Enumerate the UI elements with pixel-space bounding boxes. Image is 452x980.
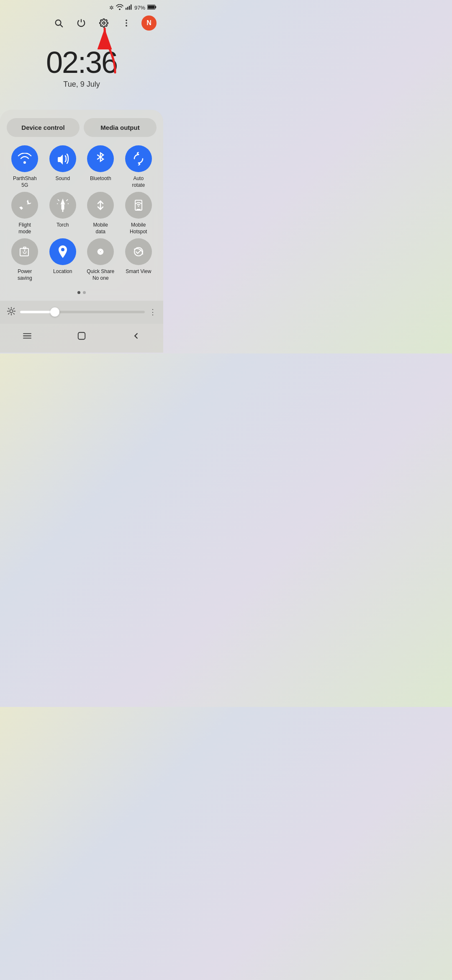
svg-rect-1 xyxy=(127,7,128,10)
bluetooth-tile-label: Bluetooth xyxy=(90,175,111,182)
svg-line-37 xyxy=(8,313,9,314)
page-dot-2 xyxy=(83,291,86,294)
wifi-tile-icon xyxy=(11,145,38,172)
torch-tile-label: Torch xyxy=(56,222,69,229)
brightness-icon xyxy=(7,307,16,318)
brightness-slider[interactable] xyxy=(20,311,145,313)
mobile-hotspot-tile-icon xyxy=(125,192,152,219)
media-output-tab[interactable]: Media output xyxy=(84,118,157,137)
clock-section: 02:36 Tue, 9 July xyxy=(0,35,163,106)
brightness-bar: ⋮ xyxy=(0,301,163,324)
svg-rect-24 xyxy=(20,248,28,256)
quick-share-tile-icon xyxy=(87,238,114,265)
signal-icon xyxy=(126,4,132,11)
svg-rect-42 xyxy=(78,332,85,339)
svg-point-30 xyxy=(10,309,13,312)
smart-view-tile[interactable]: Smart View xyxy=(121,238,157,281)
page-dots xyxy=(7,287,157,301)
svg-rect-3 xyxy=(131,5,131,10)
back-button[interactable] xyxy=(123,329,149,345)
brightness-more-button[interactable]: ⋮ xyxy=(149,307,157,317)
recent-apps-button[interactable] xyxy=(14,330,40,344)
home-button[interactable] xyxy=(69,329,95,345)
mobile-hotspot-tile-label: MobileHotspot xyxy=(130,222,147,235)
auto-rotate-tile-label: Autorotate xyxy=(132,175,145,188)
quick-share-tile-label: Quick ShareNo one xyxy=(87,268,114,281)
quick-share-tile[interactable]: Quick ShareNo one xyxy=(82,238,119,281)
smart-view-tile-label: Smart View xyxy=(126,268,151,275)
svg-rect-21 xyxy=(135,200,142,210)
power-saving-tile-icon xyxy=(11,238,38,265)
mobile-hotspot-tile[interactable]: MobileHotspot xyxy=(121,192,157,235)
clock-date: Tue, 9 July xyxy=(63,80,100,89)
svg-point-9 xyxy=(103,22,105,24)
auto-rotate-tile-icon xyxy=(125,145,152,172)
svg-point-23 xyxy=(138,206,139,207)
status-bar: ✲ 97% xyxy=(0,0,163,13)
svg-line-35 xyxy=(8,308,9,309)
more-options-button[interactable] xyxy=(119,15,134,31)
mobile-data-tile-label: Mobiledata xyxy=(93,222,108,235)
svg-line-8 xyxy=(60,25,62,27)
svg-rect-2 xyxy=(129,6,130,10)
svg-rect-14 xyxy=(61,204,64,209)
torch-tile[interactable]: Torch xyxy=(45,192,81,235)
sound-tile-icon xyxy=(49,145,76,172)
search-button[interactable] xyxy=(51,15,66,31)
flight-mode-tile[interactable]: Flightmode xyxy=(7,192,43,235)
clock-time: 02:36 xyxy=(46,47,117,77)
svg-marker-15 xyxy=(60,199,65,204)
svg-rect-0 xyxy=(126,8,126,10)
flight-mode-tile-icon xyxy=(11,192,38,219)
wifi-status-icon xyxy=(116,4,123,11)
brightness-thumb xyxy=(50,307,59,317)
mobile-data-tile-icon xyxy=(87,192,114,219)
bluetooth-tile-icon xyxy=(87,145,114,172)
svg-line-18 xyxy=(67,200,68,201)
svg-line-36 xyxy=(13,313,14,314)
brightness-fill xyxy=(20,311,55,313)
mobile-data-tile[interactable]: Mobiledata xyxy=(82,192,119,235)
page-dot-1 xyxy=(77,291,80,294)
power-saving-tile[interactable]: Powersaving xyxy=(7,238,43,281)
wifi-tile[interactable]: ParthShah5G xyxy=(7,145,43,188)
device-control-tab[interactable]: Device control xyxy=(7,118,80,137)
flight-mode-tile-label: Flightmode xyxy=(18,222,31,235)
torch-tile-icon xyxy=(49,192,76,219)
settings-button[interactable] xyxy=(96,15,111,31)
sound-tile[interactable]: Sound xyxy=(45,145,81,188)
smart-view-tile-icon xyxy=(125,238,152,265)
quick-tiles-grid: ParthShah5G Sound Bluetooth xyxy=(7,145,157,282)
nav-bar xyxy=(0,324,163,353)
svg-point-12 xyxy=(126,25,127,27)
location-tile[interactable]: Location xyxy=(45,238,81,281)
auto-rotate-tile[interactable]: Autorotate xyxy=(121,145,157,188)
location-tile-label: Location xyxy=(53,268,72,275)
sound-tile-label: Sound xyxy=(55,175,70,182)
svg-point-27 xyxy=(61,248,64,251)
svg-rect-6 xyxy=(148,5,154,9)
svg-line-17 xyxy=(58,200,59,201)
svg-line-38 xyxy=(13,308,14,309)
power-button[interactable] xyxy=(74,15,89,31)
bluetooth-status-icon: ✲ xyxy=(109,5,114,11)
svg-rect-5 xyxy=(155,6,156,8)
quick-controls-bar: N xyxy=(0,13,163,35)
svg-point-11 xyxy=(126,22,127,24)
bluetooth-tile[interactable]: Bluetooth xyxy=(82,145,119,188)
battery-percentage: 97% xyxy=(134,5,145,11)
wifi-tile-label: ParthShah5G xyxy=(13,175,37,188)
user-avatar[interactable]: N xyxy=(141,15,157,31)
quick-panel: Device control Media output ParthShah5G xyxy=(0,110,163,301)
battery-icon xyxy=(147,5,157,11)
location-tile-icon xyxy=(49,238,76,265)
svg-point-10 xyxy=(126,20,127,21)
tab-row: Device control Media output xyxy=(7,118,157,137)
power-saving-tile-label: Powersaving xyxy=(18,268,32,281)
